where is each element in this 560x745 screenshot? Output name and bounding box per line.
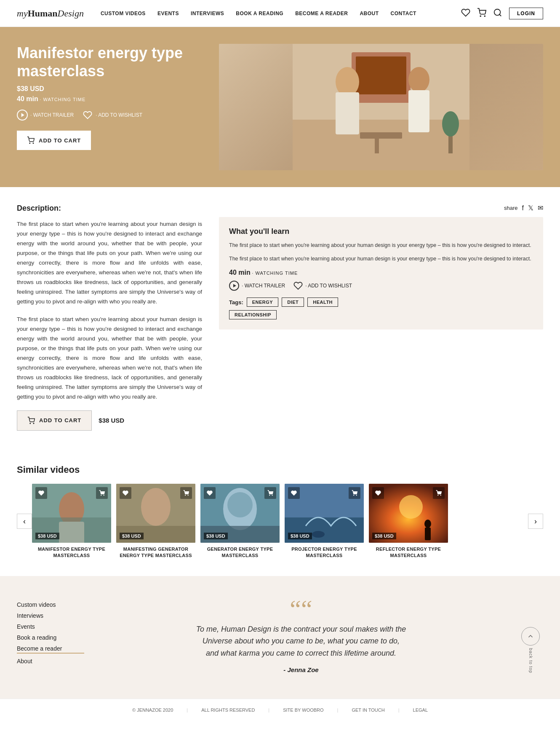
facebook-icon[interactable]: f [522,204,524,212]
legal-link[interactable]: LEGAL [406,707,435,713]
separator: | [331,707,345,713]
nav-about[interactable]: ABOUT [360,11,379,16]
cart-icon-thumb [352,490,357,496]
svg-point-16 [442,111,459,137]
email-icon[interactable]: ✉ [538,204,543,212]
footer-quote-section: Custom videos Interviews Events Book a r… [0,576,560,699]
heart-icon [82,110,93,121]
svg-rect-10 [356,56,406,94]
carousel-label-5: REFLECTOR ENERGY TYPE MASTERCLASS [369,546,448,559]
wyl-text-2: The first place to start when you're lea… [229,255,533,263]
quote-text: To me, Human Design is the contract your… [196,623,406,659]
thumb-cart-btn[interactable] [96,487,108,499]
thumb-4: $38 USD [285,484,364,543]
nav-become-reader[interactable]: BECOME A READER [295,11,348,16]
heart-icon-thumb [38,490,44,496]
back-to-top-icon [521,627,540,646]
svg-point-5 [29,143,30,144]
svg-point-13 [408,67,429,92]
add-to-wishlist-link[interactable]: · ADD TO WISHLIST [82,110,142,121]
thumb-price-5: $38 USD [372,533,396,539]
wyl-text-1: The first place to start when you're lea… [229,241,533,249]
watch-trailer-link[interactable]: · WATCH TRAILER [17,110,74,121]
logo[interactable]: myHumanDesign [17,8,84,19]
login-button[interactable]: LOGIN [509,8,543,19]
svg-point-43 [354,495,354,496]
footer-nav-book-reading[interactable]: Book a reading [17,634,84,641]
thumb-wishlist-btn[interactable] [204,487,216,499]
svg-point-42 [312,531,325,538]
watch-trailer-label: · WATCH TRAILER [30,112,74,118]
thumb-cart-btn[interactable] [433,487,445,499]
tags-row-2: RELATIONSHIP [229,310,533,319]
wyl-watch-trailer[interactable]: · WATCH TRAILER [229,281,285,291]
bottom-price: $38 USD [99,417,124,424]
thumb-wishlist-btn[interactable] [288,487,300,499]
footer-nav-become-reader[interactable]: Become a reader [17,645,84,654]
wyl-add-wishlist[interactable]: · ADD TO WISHLIST [293,281,352,290]
svg-point-49 [438,495,438,496]
carousel-prev-button[interactable]: ‹ [17,514,32,529]
back-to-top[interactable]: back to top [518,601,543,673]
svg-marker-4 [21,113,24,118]
add-to-cart-button[interactable]: ADD TO CART [17,131,91,150]
nav-events[interactable]: EVENTS [157,11,179,16]
nav-custom-videos[interactable]: CUSTOM VIDEOS [101,11,146,16]
list-item[interactable]: $38 USD GENERATOR ENERGY TYPE MASTERCLAS… [200,484,280,559]
thumb-wishlist-btn[interactable] [35,487,47,499]
svg-point-28 [104,495,104,496]
hero-illustration [219,44,543,170]
tag-diet[interactable]: DIET [282,297,304,307]
separator: | [392,707,406,713]
svg-point-33 [188,495,188,496]
bottom-add-to-cart-button[interactable]: ADD TO CART [17,410,92,431]
wyl-watch-time: 40 min · WATCHING TIME [229,269,533,276]
svg-point-2 [494,9,501,16]
thumb-cart-btn[interactable] [349,487,360,499]
thumb-1: $38 USD [32,484,111,543]
cart-icon-thumb [267,490,273,496]
product-price: $38 USD [17,85,202,93]
heart-icon-thumb [375,490,381,496]
add-to-wishlist-label: · ADD TO WISHLIST [96,112,142,118]
separator: | [261,707,276,713]
thumb-price-3: $38 USD [204,533,228,539]
share-label: share [504,205,518,211]
thumb-wishlist-btn[interactable] [120,487,131,499]
site-by-link[interactable]: SITE BY WOOBRO [276,707,330,713]
header: myHumanDesign CUSTOM VIDEOS EVENTS INTER… [0,0,560,27]
twitter-icon[interactable]: 𝕏 [528,204,533,212]
bottom-footer: © JENNAZOE 2020 | ALL RIGHTS RESERVED | … [0,699,560,721]
footer-nav-about[interactable]: About [17,658,84,665]
tag-health[interactable]: HEALTH [307,297,338,307]
footer-nav-custom-videos[interactable]: Custom videos [17,601,84,608]
tag-energy[interactable]: ENERGY [247,297,278,307]
footer-nav-events[interactable]: Events [17,623,84,630]
thumb-icons [35,487,108,499]
footer-quote-content: ““ To me, Human Design is the contract y… [101,601,501,673]
carousel-next-button[interactable]: › [528,514,543,529]
list-item[interactable]: $38 USD PROJECTOR ENERGY TYPE MASTERCLAS… [285,484,364,559]
hero-actions: · WATCH TRAILER · ADD TO WISHLIST [17,110,202,121]
search-icon[interactable] [493,8,502,19]
tags-label: Tags: [229,299,243,306]
svg-rect-17 [360,132,402,139]
bottom-cart-label: ADD TO CART [39,417,81,423]
cart-icon[interactable] [477,8,486,19]
thumb-wishlist-btn[interactable] [372,487,384,499]
get-in-touch-link[interactable]: GET IN TOUCH [345,707,391,713]
thumb-cart-btn[interactable] [264,487,276,499]
nav-contact[interactable]: CONTACT [391,11,416,16]
list-item[interactable]: $38 USD REFLECTOR ENERGY TYPE MASTERCLAS… [369,484,448,559]
nav-interviews[interactable]: INTERVIEWS [191,11,224,16]
svg-point-27 [101,495,101,496]
list-item[interactable]: $38 USD MANIFESTING GENERATOR ENERGY TYP… [116,484,195,559]
thumb-cart-btn[interactable] [180,487,192,499]
svg-marker-22 [233,284,236,287]
nav-book-reading[interactable]: BOOK A READING [236,11,283,16]
wishlist-icon[interactable] [461,8,470,19]
carousel-label-4: PROJECTOR ENERGY TYPE MASTERCLASS [285,546,364,559]
footer-nav-interviews[interactable]: Interviews [17,612,84,619]
list-item[interactable]: $38 USD MANIFESTOR ENERGY TYPE MASTERCLA… [32,484,111,559]
tag-relationship[interactable]: RELATIONSHIP [229,310,277,319]
